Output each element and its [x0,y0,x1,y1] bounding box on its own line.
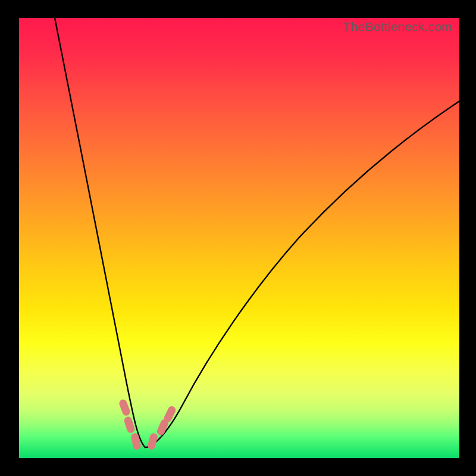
bottleneck-curve [19,18,459,458]
chart-area: TheBottleneck.com [19,18,459,458]
